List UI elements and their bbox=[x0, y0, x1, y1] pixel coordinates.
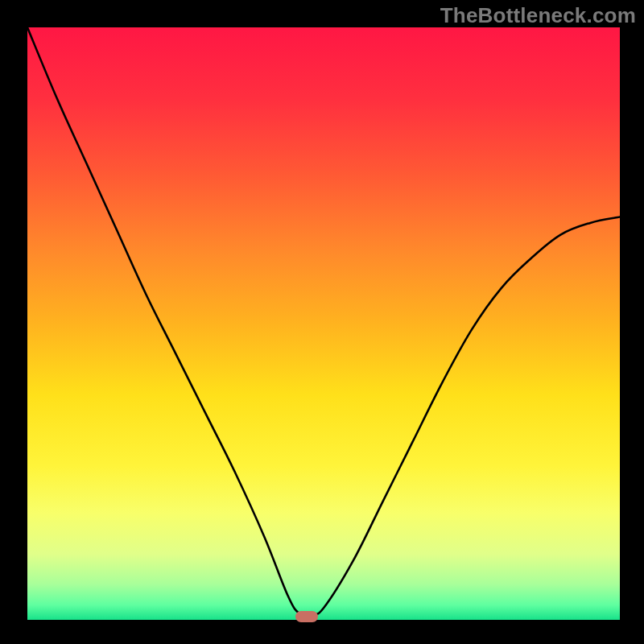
chart-stage: TheBottleneck.com bbox=[0, 0, 644, 644]
watermark-text: TheBottleneck.com bbox=[440, 3, 636, 28]
bottleneck-chart bbox=[0, 0, 644, 644]
chart-gradient-bg bbox=[27, 27, 620, 620]
